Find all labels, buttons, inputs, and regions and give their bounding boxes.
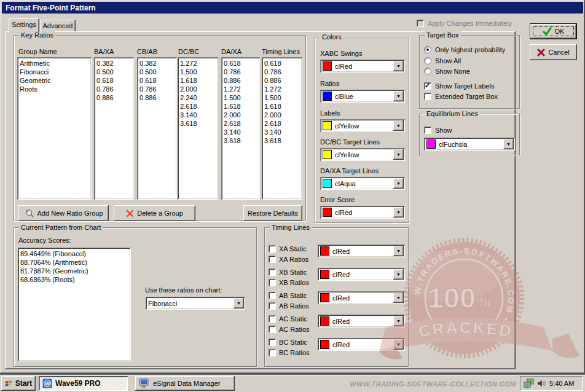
checkbox-static[interactable] (269, 245, 276, 253)
tab-settings[interactable]: Settings (9, 18, 39, 33)
list-item[interactable]: 0.382 (139, 59, 177, 68)
list-item[interactable]: 0.886 (96, 93, 134, 102)
dropdown-arrow-icon[interactable] (393, 207, 404, 218)
title-bar[interactable]: Format Five-Point Pattern (2, 2, 583, 14)
checkbox-extended-target-box[interactable] (424, 93, 431, 100)
list-item[interactable]: 2.000 (180, 85, 218, 93)
list-item[interactable]: 3.618 (224, 136, 260, 145)
list-item[interactable]: 88.7064% (Arithmetic) (20, 258, 131, 267)
list-item[interactable]: 89.4649% (Fibonacci) (20, 249, 131, 258)
list-item[interactable]: 1.618 (180, 76, 218, 85)
timing-color-combobox[interactable]: clRed (318, 268, 405, 281)
list-item[interactable]: 2.000 (224, 111, 260, 119)
list-item[interactable]: 1.500 (264, 93, 302, 102)
list-item[interactable]: 0.886 (224, 76, 260, 85)
checkbox-ratios[interactable] (269, 256, 276, 263)
color-combobox[interactable]: clYellow (320, 148, 405, 161)
color-combobox[interactable]: clRed (320, 60, 405, 73)
list-item[interactable]: 0.886 (264, 76, 302, 85)
timing-color-combobox[interactable]: clRed (318, 315, 405, 327)
tab-advanced[interactable]: Advanced (40, 20, 76, 32)
dropdown-arrow-icon[interactable] (393, 269, 404, 280)
dropdown-arrow-icon[interactable] (393, 292, 404, 303)
dropdown-arrow-icon[interactable] (393, 61, 404, 71)
list-item[interactable]: 2.618 (224, 119, 260, 128)
da-xa-listbox[interactable]: 0.6180.7860.8861.2721.5001.6182.0002.618… (221, 57, 260, 200)
checkbox-static[interactable] (269, 292, 276, 299)
list-item[interactable]: 0.786 (96, 85, 134, 93)
ba-xa-listbox[interactable]: 0.3820.5000.6180.7860.886 (94, 57, 134, 200)
radio-show-none[interactable] (424, 68, 431, 75)
checkbox-static[interactable] (269, 339, 276, 346)
checkbox-show-target-labels[interactable] (424, 82, 431, 90)
checkbox-ratios[interactable] (269, 279, 276, 286)
checkbox-static[interactable] (269, 315, 276, 323)
list-item[interactable]: 1.272 (264, 85, 302, 93)
dropdown-arrow-icon[interactable] (393, 178, 404, 189)
list-item[interactable]: Geometric (20, 76, 92, 85)
ok-button[interactable]: OK (530, 23, 577, 39)
dropdown-arrow-icon[interactable] (393, 246, 404, 256)
dropdown-arrow-icon[interactable] (393, 91, 404, 101)
group-name-listbox[interactable]: ArithmeticFibonacciGeometricRoots (17, 57, 92, 200)
radio-highest-probability[interactable] (424, 46, 431, 53)
list-item[interactable]: 2.618 (180, 102, 218, 111)
checkbox-ratios[interactable] (269, 349, 276, 356)
apply-changes-checkbox[interactable] (417, 20, 424, 27)
use-ratios-combobox[interactable]: Fibonacci (146, 297, 245, 310)
dropdown-arrow-icon[interactable] (503, 139, 514, 149)
list-item[interactable]: 0.618 (139, 76, 177, 85)
list-item[interactable]: 0.382 (96, 59, 134, 68)
restore-defaults-button[interactable]: Restore Defaults (243, 205, 302, 221)
list-item[interactable]: 3.140 (180, 111, 218, 119)
list-item[interactable]: 0.786 (264, 68, 302, 76)
dropdown-arrow-icon[interactable] (393, 120, 404, 131)
list-item[interactable]: 1.618 (264, 102, 302, 111)
list-item[interactable]: 81.7887% (Geometric) (20, 267, 131, 275)
list-item[interactable]: Arithmetic (20, 59, 92, 68)
list-item[interactable]: 0.786 (139, 85, 177, 93)
network-tray-icon[interactable] (524, 378, 535, 389)
list-item[interactable]: 1.618 (224, 102, 260, 111)
list-item[interactable]: Fibonacci (20, 68, 92, 76)
checkbox-ratios[interactable] (269, 326, 276, 333)
radio-show-all[interactable] (424, 57, 431, 65)
color-combobox[interactable]: clRed (320, 206, 405, 219)
timing-color-combobox[interactable]: clRed (318, 291, 405, 304)
color-combobox[interactable]: clAqua (320, 177, 405, 190)
start-button[interactable]: Start (1, 376, 36, 391)
cancel-button[interactable]: Cancel (530, 44, 577, 60)
list-item[interactable]: 1.500 (180, 68, 218, 76)
accuracy-scores-listbox[interactable]: 89.4649% (Fibonacci)88.7064% (Arithmetic… (18, 248, 131, 361)
list-item[interactable]: 0.618 (224, 59, 260, 68)
timing-color-combobox[interactable]: clRed (318, 338, 405, 351)
delete-group-button[interactable]: Delete a Group (114, 205, 195, 221)
list-item[interactable]: 0.500 (139, 68, 177, 76)
cb-ab-listbox[interactable]: 0.3820.5000.6180.7860.886 (137, 57, 177, 200)
task-button-wave59[interactable]: W Wave59 PRO (39, 376, 128, 391)
list-item[interactable]: Roots (20, 85, 92, 93)
dc-bc-listbox[interactable]: 1.2721.5001.6182.0002.2402.6183.1403.618 (178, 57, 218, 200)
color-combobox[interactable]: clYellow (320, 119, 405, 132)
list-item[interactable]: 1.272 (224, 85, 260, 93)
list-item[interactable]: 2.000 (264, 111, 302, 119)
list-item[interactable]: 0.786 (224, 68, 260, 76)
timing-color-combobox[interactable]: clRed (318, 245, 405, 257)
add-ratio-group-button[interactable]: Add New Ratio Group (18, 205, 109, 221)
list-item[interactable]: 3.618 (264, 136, 302, 145)
checkbox-static[interactable] (269, 269, 276, 276)
volume-tray-icon[interactable] (537, 378, 547, 388)
equilibrium-color-combobox[interactable]: clFuchsia (424, 138, 515, 151)
task-button-esignal[interactable]: eSignal Data Manager (135, 376, 235, 391)
timing-lines-listbox[interactable]: 0.6180.7860.8861.2721.5001.6182.0002.618… (262, 57, 302, 200)
list-item[interactable]: 3.140 (224, 128, 260, 136)
list-item[interactable]: 1.272 (180, 59, 218, 68)
list-item[interactable]: 2.618 (264, 119, 302, 128)
color-combobox[interactable]: clBlue (320, 90, 405, 103)
list-item[interactable]: 68.6863% (Roots) (20, 275, 131, 284)
dropdown-arrow-icon[interactable] (393, 149, 404, 160)
checkbox-ratios[interactable] (269, 302, 276, 310)
list-item[interactable]: 0.500 (96, 68, 134, 76)
checkbox-equilibrium-show[interactable] (424, 127, 431, 134)
list-item[interactable]: 1.500 (224, 93, 260, 102)
